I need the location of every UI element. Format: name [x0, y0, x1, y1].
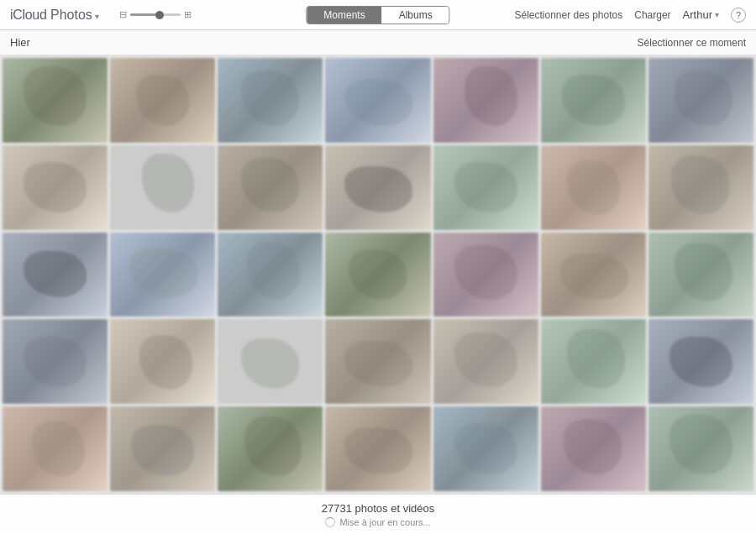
sync-status: Mise à jour en cours...: [325, 517, 430, 527]
header-right: Sélectionner des photos Charger Arthur ▾…: [514, 8, 746, 23]
photo-cell[interactable]: [648, 406, 753, 491]
app-section: Photos: [47, 8, 92, 23]
app-dropdown-arrow[interactable]: ▾: [95, 12, 99, 21]
photo-cell[interactable]: [325, 58, 430, 143]
photo-cell[interactable]: [3, 319, 108, 404]
photo-cell[interactable]: [648, 145, 753, 230]
help-button[interactable]: ?: [731, 8, 746, 23]
photo-cell[interactable]: [110, 58, 215, 143]
photo-cell[interactable]: [110, 319, 215, 404]
zoom-controls: ⊟ ⊞: [119, 9, 192, 20]
subheader: Hier Sélectionner ce moment: [0, 30, 756, 55]
header-left: iCloud Photos ▾ ⊟ ⊞: [10, 8, 192, 23]
photo-cell[interactable]: [325, 145, 430, 230]
app-header: iCloud Photos ▾ ⊟ ⊞ Moments Albums Sélec…: [0, 0, 756, 30]
select-moment-button[interactable]: Sélectionner ce moment: [638, 37, 746, 49]
icloud-brand: iCloud: [10, 8, 47, 23]
photo-cell[interactable]: [110, 406, 215, 491]
sync-spinner: [325, 517, 335, 527]
photo-cell[interactable]: [3, 145, 108, 230]
tab-albums[interactable]: Albums: [382, 7, 449, 24]
upload-button[interactable]: Charger: [634, 9, 670, 21]
zoom-thumb: [155, 11, 164, 19]
app-title: iCloud Photos ▾: [10, 8, 99, 23]
photo-cell[interactable]: [541, 58, 646, 143]
user-menu[interactable]: Arthur ▾: [683, 8, 719, 21]
footer: 27731 photos et vidéos Mise à jour en co…: [0, 494, 756, 534]
photo-cell[interactable]: [218, 233, 323, 317]
tab-moments[interactable]: Moments: [307, 7, 381, 24]
photo-cell[interactable]: [3, 58, 108, 143]
photo-cell[interactable]: [218, 406, 323, 491]
photo-cell[interactable]: [218, 58, 323, 143]
photo-cell[interactable]: [325, 319, 430, 404]
photo-cell[interactable]: [541, 145, 646, 230]
photo-count: 27731 photos et vidéos: [322, 502, 434, 515]
photo-cell[interactable]: [325, 406, 430, 491]
photo-cell[interactable]: [648, 58, 753, 143]
photo-cell[interactable]: [218, 145, 323, 230]
photo-cell[interactable]: [433, 233, 538, 317]
photo-cell[interactable]: [433, 145, 538, 230]
zoom-slider[interactable]: [130, 13, 181, 16]
photo-cell[interactable]: [541, 319, 646, 404]
sync-label: Mise à jour en cours...: [339, 517, 430, 527]
photo-cell[interactable]: [110, 233, 215, 317]
zoom-in-icon[interactable]: ⊞: [184, 9, 192, 20]
photo-cell[interactable]: [110, 145, 215, 230]
photo-cell[interactable]: [541, 233, 646, 317]
select-photos-button[interactable]: Sélectionner des photos: [514, 9, 622, 21]
photo-cell[interactable]: [218, 319, 323, 404]
photo-cell[interactable]: [433, 319, 538, 404]
zoom-out-icon[interactable]: ⊟: [119, 9, 127, 20]
photo-cell[interactable]: [433, 58, 538, 143]
header-center-tabs: Moments Albums: [306, 6, 449, 24]
photo-cell[interactable]: [3, 233, 108, 317]
photo-cell[interactable]: [648, 233, 753, 317]
photo-grid: [0, 55, 756, 494]
photo-cell[interactable]: [325, 233, 430, 317]
user-dropdown-arrow: ▾: [715, 10, 719, 19]
photo-cell[interactable]: [433, 406, 538, 491]
photo-cell[interactable]: [3, 406, 108, 491]
user-name: Arthur: [683, 8, 712, 21]
photo-cell[interactable]: [648, 319, 753, 404]
photo-cell[interactable]: [541, 406, 646, 491]
section-label: Hier: [10, 36, 30, 49]
view-tab-group: Moments Albums: [306, 6, 449, 24]
